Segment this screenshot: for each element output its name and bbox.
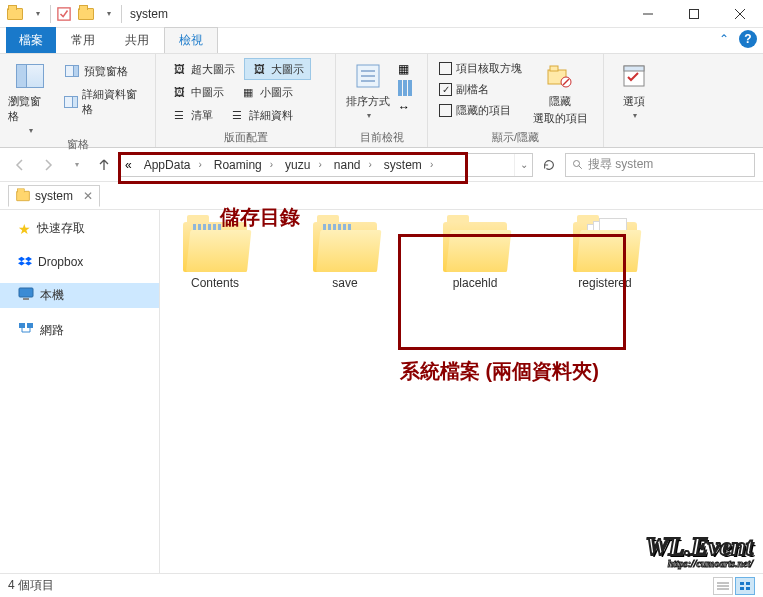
folder-save[interactable]: save [300,222,390,290]
chevron-icon[interactable]: › [365,159,376,170]
up-button[interactable] [92,153,116,177]
watermark-title: WL.Event [645,532,753,561]
address-bar[interactable]: « AppData› Roaming› yuzu› nand› system› … [120,153,533,177]
large-icons-view-button[interactable] [735,577,755,595]
layout-medium[interactable]: 🖼中圖示 [164,81,231,103]
svg-rect-2 [690,9,699,18]
layout-large[interactable]: 🖼大圖示 [244,58,311,80]
layout-small[interactable]: ▦小圖示 [233,81,300,103]
svg-line-16 [579,165,582,168]
group-panes-label: 窗格 [8,135,147,152]
add-columns-icon[interactable] [398,80,412,96]
folder-tab-system[interactable]: system ✕ [8,185,100,207]
group-by-icon[interactable]: ▦ [398,62,412,76]
sidebar-quick-access[interactable]: ★快速存取 [0,216,159,241]
title-bar: ▾ ▾ system [0,0,763,28]
recent-dropdown[interactable]: ▾ [64,153,88,177]
hidden-items-toggle[interactable]: 隱藏的項目 [436,102,525,119]
ribbon-tabs: 檔案 常用 共用 檢視 ⌃ ? [0,28,763,54]
folder-tab-strip: system ✕ [0,182,763,210]
quick-access-toolbar: ▾ ▾ [4,3,124,25]
group-view-label: 目前檢視 [344,128,419,145]
folder-icon [16,190,30,200]
folder-icon [443,222,507,272]
tab-view[interactable]: 檢視 [164,27,218,53]
group-showhide-label: 顯示/隱藏 [436,128,595,145]
address-dropdown[interactable]: ⌄ [514,154,532,176]
refresh-button[interactable] [537,153,561,177]
chevron-icon[interactable]: › [194,159,205,170]
back-button[interactable] [8,153,32,177]
item-checkboxes-toggle[interactable]: 項目核取方塊 [436,60,525,77]
navigation-pane-button[interactable]: 瀏覽窗格 ▾ [8,58,51,135]
options-button[interactable]: 選項 ▾ [612,58,656,120]
file-view[interactable]: Contents save placehld registered [160,210,763,574]
folder-tab-label: system [35,189,73,203]
close-button[interactable] [717,0,763,28]
preview-pane-button[interactable]: 預覽窗格 [57,60,147,82]
file-ext-toggle[interactable]: ✓副檔名 [436,81,525,98]
sidebar-this-pc[interactable]: 本機 [0,283,159,308]
search-input[interactable]: 搜尋 system [565,153,755,177]
item-count: 4 個項目 [8,577,54,594]
qat-folder-icon[interactable] [75,3,97,25]
group-layout-label: 版面配置 [164,128,327,145]
forward-button[interactable] [36,153,60,177]
tab-share[interactable]: 共用 [110,27,164,53]
size-columns-icon[interactable]: ↔ [398,100,412,114]
star-icon: ★ [18,221,31,237]
maximize-button[interactable] [671,0,717,28]
qat-divider [50,5,51,23]
crumb-nand[interactable]: nand [326,158,365,172]
collapse-ribbon-icon[interactable]: ⌃ [719,32,729,46]
qat-divider2 [121,5,122,23]
close-tab-icon[interactable]: ✕ [83,189,93,203]
crumb-roaming[interactable]: Roaming [206,158,266,172]
folder-icon [313,222,377,272]
search-placeholder: 搜尋 system [588,156,653,173]
svg-rect-27 [740,582,744,585]
crumb-appdata[interactable]: AppData [136,158,195,172]
folder-icon [183,222,247,272]
folder-contents[interactable]: Contents [170,222,260,290]
nav-pane-label: 瀏覽窗格 [8,94,51,124]
overflow-chevron-icon[interactable]: « [121,158,136,172]
svg-point-15 [574,160,580,166]
sort-by-button[interactable]: 排序方式 ▾ [344,58,392,120]
folder-label: Contents [191,276,239,290]
monitor-icon [18,287,34,304]
chevron-icon[interactable]: › [314,159,325,170]
help-icon[interactable]: ? [739,30,757,48]
ribbon: 瀏覽窗格 ▾ 預覽窗格 詳細資料窗格 窗格 🖼超大圖示 🖼大圖示 [0,54,763,148]
crumb-yuzu[interactable]: yuzu [277,158,314,172]
chevron-icon[interactable]: › [426,159,437,170]
minimize-button[interactable] [625,0,671,28]
sidebar-network[interactable]: 網路 [0,318,159,343]
crumb-system[interactable]: system [376,158,426,172]
dropbox-icon [18,255,32,269]
qat-dropdown[interactable]: ▾ [26,3,48,25]
layout-details[interactable]: ☰詳細資料 [222,104,300,126]
hide-selected-button[interactable]: 隱藏 選取的項目 [531,58,589,126]
qat-overflow[interactable]: ▾ [97,3,119,25]
sidebar-dropbox[interactable]: Dropbox [0,251,159,273]
svg-rect-30 [746,587,750,590]
status-bar: 4 個項目 [0,573,763,597]
svg-rect-28 [746,582,750,585]
tab-file[interactable]: 檔案 [6,27,56,53]
window-title: system [130,7,168,21]
layout-list[interactable]: ☰清單 [164,104,220,126]
svg-rect-19 [19,323,25,328]
properties-icon[interactable] [53,3,75,25]
tab-home[interactable]: 常用 [56,27,110,53]
chevron-icon[interactable]: › [266,159,277,170]
navigation-sidebar: ★快速存取 Dropbox 本機 網路 [0,210,160,574]
search-icon [572,159,584,171]
folder-placehld[interactable]: placehld [430,222,520,290]
layout-extra-large[interactable]: 🖼超大圖示 [164,58,242,80]
folder-registered[interactable]: registered [560,222,650,290]
details-pane-button[interactable]: 詳細資料窗格 [57,84,147,120]
details-view-button[interactable] [713,577,733,595]
network-icon [18,322,34,339]
svg-rect-0 [58,7,70,19]
